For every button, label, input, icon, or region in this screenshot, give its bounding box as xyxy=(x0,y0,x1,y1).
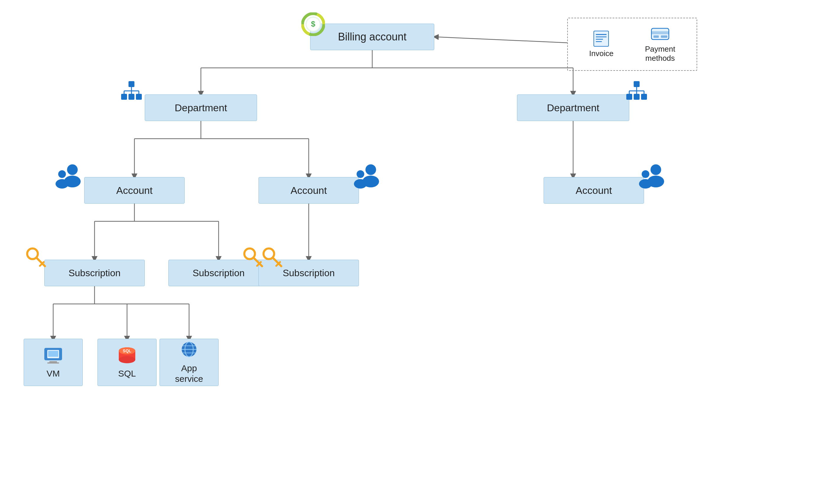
department2-label: Department xyxy=(547,102,599,114)
account1-box: Account xyxy=(84,177,185,204)
vm-box: VM xyxy=(24,339,83,386)
dept2-icon xyxy=(623,80,650,106)
svg-point-52 xyxy=(354,179,367,188)
svg-point-55 xyxy=(641,170,649,178)
payment-icon xyxy=(651,26,670,42)
svg-rect-90 xyxy=(651,31,669,34)
svg-rect-72 xyxy=(47,362,59,363)
connector-lines xyxy=(0,0,839,504)
svg-point-51 xyxy=(357,170,364,178)
payment-item: Paymentmethods xyxy=(645,26,675,63)
svg-rect-34 xyxy=(129,94,134,100)
payment-label: Paymentmethods xyxy=(645,44,675,63)
subscription1-label: Subscription xyxy=(69,268,121,278)
svg-rect-84 xyxy=(594,31,609,46)
svg-rect-33 xyxy=(121,94,127,100)
vm-label: VM xyxy=(47,368,60,379)
subscription2-label: Subscription xyxy=(193,268,245,278)
invoice-item: Invoice xyxy=(589,30,613,58)
department1-box: Department xyxy=(145,94,257,121)
dept1-icon xyxy=(118,80,145,106)
svg-rect-73 xyxy=(48,351,58,357)
diagram: Billing account $ Department xyxy=(0,0,839,504)
svg-line-21 xyxy=(436,37,567,43)
billing-icon: $ xyxy=(301,12,325,36)
svg-rect-35 xyxy=(136,94,142,100)
account3-label: Account xyxy=(576,185,612,196)
appservice-icon xyxy=(179,341,200,361)
account2-icon xyxy=(350,164,382,193)
sql-icon: SQL xyxy=(117,346,137,366)
svg-line-68 xyxy=(257,264,259,266)
sub3-key-icon xyxy=(241,245,264,269)
appservice-box: App service xyxy=(159,339,219,386)
svg-point-53 xyxy=(651,164,661,175)
invoice-label: Invoice xyxy=(589,49,613,58)
svg-point-45 xyxy=(67,164,78,175)
account1-icon xyxy=(52,164,84,193)
account3-box: Account xyxy=(544,177,644,204)
svg-point-56 xyxy=(639,179,652,188)
account3-icon xyxy=(635,164,668,193)
department1-label: Department xyxy=(175,102,227,114)
invoice-icon xyxy=(592,30,610,47)
invoice-payment-box: Invoice Paymentmethods xyxy=(567,18,697,71)
svg-line-60 xyxy=(40,264,42,266)
svg-point-49 xyxy=(365,164,376,175)
vm-icon xyxy=(43,346,64,366)
svg-rect-43 xyxy=(634,94,639,100)
account2-box: Account xyxy=(258,177,359,204)
svg-point-47 xyxy=(58,170,66,178)
svg-rect-44 xyxy=(641,94,647,100)
account1-label: Account xyxy=(116,185,153,196)
sql-box: SQL SQL xyxy=(98,339,157,386)
svg-point-76 xyxy=(119,356,135,363)
billing-account-box: Billing account xyxy=(310,24,434,50)
billing-account-label: Billing account xyxy=(338,31,407,43)
svg-rect-27 xyxy=(129,81,134,87)
appservice-label: App service xyxy=(175,363,203,384)
sql-label: SQL xyxy=(118,368,136,379)
svg-rect-42 xyxy=(626,94,632,100)
svg-text:$: $ xyxy=(311,19,315,28)
svg-point-48 xyxy=(55,179,69,188)
sub1-key-icon xyxy=(24,245,47,269)
svg-line-64 xyxy=(276,264,278,266)
subscription1-box: Subscription xyxy=(44,260,145,286)
department2-box: Department xyxy=(517,94,629,121)
account2-label: Account xyxy=(291,185,327,196)
subscription3-label: Subscription xyxy=(283,268,335,278)
svg-text:SQL: SQL xyxy=(123,348,132,353)
svg-rect-92 xyxy=(661,35,667,38)
svg-rect-91 xyxy=(653,35,659,38)
svg-rect-36 xyxy=(634,81,639,87)
